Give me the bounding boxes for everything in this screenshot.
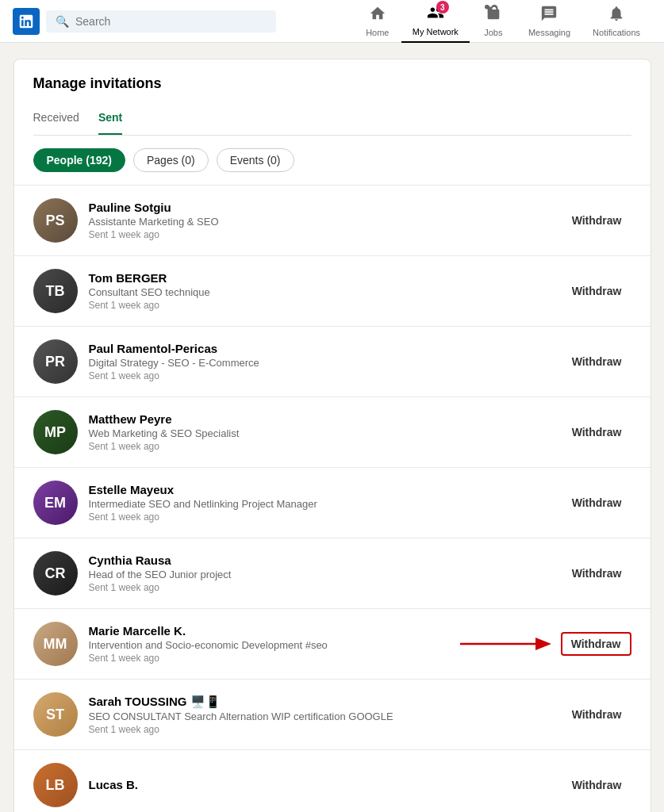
home-label: Home [366, 28, 389, 37]
my-network-label: My Network [413, 27, 459, 36]
person-name[interactable]: Pauline Sotgiu [89, 201, 551, 214]
sent-time: Sent 1 week ago [89, 441, 551, 452]
person-info: Pauline SotgiuAssistante Marketing & SEO… [89, 201, 551, 240]
avatar: MP [33, 410, 78, 454]
my-network-badge: 3 [436, 1, 449, 13]
invitation-list: PSPauline SotgiuAssistante Marketing & S… [14, 186, 651, 812]
navbar: 🔍 Home 3 My Network Jobs Mes [0, 0, 664, 43]
avatar: LB [33, 763, 78, 807]
avatar: EM [33, 481, 78, 525]
sent-time: Sent 1 week ago [89, 653, 550, 664]
filter-pages[interactable]: Pages (0) [133, 148, 209, 172]
messaging-icon [540, 5, 558, 26]
withdraw-button[interactable]: Withdraw [561, 632, 631, 656]
list-item: LBLucas B.Withdraw [14, 750, 651, 812]
search-bar[interactable]: 🔍 [46, 10, 276, 33]
person-name[interactable]: Tom BERGER [89, 271, 551, 285]
nav-my-network[interactable]: 3 My Network [401, 0, 470, 43]
filters: People (192) Pages (0) Events (0) [14, 136, 651, 186]
nav-jobs[interactable]: Jobs [470, 0, 517, 43]
main-content: Manage invitations Received Sent People … [7, 59, 658, 812]
sent-time: Sent 1 week ago [89, 511, 551, 523]
list-item: EMEstelle MayeuxIntermediate SEO and Net… [14, 468, 651, 538]
messaging-label: Messaging [528, 28, 570, 37]
avatar: ST [33, 692, 78, 737]
jobs-icon [485, 5, 502, 26]
tab-received[interactable]: Received [33, 105, 79, 135]
list-item: CRCynthia RausaHead of the SEO Junior pr… [14, 538, 651, 609]
person-title: Consultant SEO technique [89, 286, 551, 298]
person-info: Estelle MayeuxIntermediate SEO and Netli… [89, 483, 551, 523]
list-item: PSPauline SotgiuAssistante Marketing & S… [14, 186, 651, 256]
withdraw-button[interactable]: Withdraw [562, 421, 631, 443]
withdraw-button[interactable]: Withdraw [562, 492, 631, 514]
sent-time: Sent 1 week ago [89, 582, 551, 593]
nav-home[interactable]: Home [354, 0, 401, 43]
person-title: Head of the SEO Junior project [89, 569, 551, 580]
tab-sent[interactable]: Sent [98, 105, 122, 135]
search-input[interactable] [75, 15, 267, 28]
avatar: PR [33, 339, 78, 384]
nav-messaging[interactable]: Messaging [517, 0, 581, 43]
person-info: Lucas B. [89, 778, 551, 793]
person-name[interactable]: Paul Ramentol-Pericas [89, 342, 551, 355]
person-name[interactable]: Sarah TOUSSING 🖥️📱 [89, 695, 551, 709]
search-icon: 🔍 [56, 15, 69, 28]
avatar: PS [33, 198, 78, 243]
sent-time: Sent 1 week ago [89, 370, 551, 381]
jobs-label: Jobs [484, 28, 502, 37]
withdraw-button[interactable]: Withdraw [562, 562, 631, 584]
list-item: PRPaul Ramentol-PericasDigital Strategy … [14, 327, 651, 397]
person-title: Digital Strategy - SEO - E-Commerce [89, 357, 551, 369]
notifications-icon [608, 5, 625, 26]
avatar: MM [33, 622, 78, 666]
person-info: Tom BERGERConsultant SEO techniqueSent 1… [89, 271, 551, 311]
home-icon [369, 5, 386, 26]
person-info: Sarah TOUSSING 🖥️📱SEO CONSULTANT Search … [89, 695, 551, 735]
linkedin-logo[interactable] [13, 8, 40, 35]
filter-events[interactable]: Events (0) [217, 148, 294, 172]
person-title: Intermediate SEO and Netlinking Project … [89, 498, 551, 510]
list-item: MPMatthew PeyreWeb Marketing & SEO Speci… [14, 397, 651, 468]
nav-notifications[interactable]: Notifications [581, 0, 651, 43]
list-item: MMMarie Marcelle K.Intervention and Soci… [14, 609, 651, 680]
person-name[interactable]: Estelle Mayeux [89, 483, 551, 496]
person-name[interactable]: Marie Marcelle K. [89, 624, 550, 638]
withdraw-button[interactable]: Withdraw [562, 703, 631, 726]
avatar: CR [33, 551, 78, 596]
withdraw-button[interactable]: Withdraw [562, 280, 631, 302]
person-info: Paul Ramentol-PericasDigital Strategy - … [89, 342, 551, 381]
filter-people[interactable]: People (192) [33, 148, 125, 172]
withdraw-button[interactable]: Withdraw [562, 209, 631, 232]
person-name[interactable]: Lucas B. [89, 778, 551, 791]
withdraw-button[interactable]: Withdraw [562, 350, 631, 373]
person-name[interactable]: Matthew Peyre [89, 412, 551, 426]
tabs: Received Sent [33, 105, 631, 136]
manage-title: Manage invitations [33, 75, 631, 92]
sent-time: Sent 1 week ago [89, 229, 551, 240]
sent-time: Sent 1 week ago [89, 300, 551, 311]
person-info: Cynthia RausaHead of the SEO Junior proj… [89, 553, 551, 593]
list-item: STSarah TOUSSING 🖥️📱SEO CONSULTANT Searc… [14, 680, 651, 750]
manage-invitations-card: Manage invitations Received Sent People … [13, 59, 651, 812]
withdraw-button[interactable]: Withdraw [562, 774, 631, 796]
nav-items: Home 3 My Network Jobs Messaging Not [354, 0, 651, 43]
person-title: Assistante Marketing & SEO [89, 216, 551, 228]
person-info: Matthew PeyreWeb Marketing & SEO Special… [89, 412, 551, 452]
person-name[interactable]: Cynthia Rausa [89, 553, 551, 567]
list-item: TBTom BERGERConsultant SEO techniqueSent… [14, 256, 651, 327]
person-title: SEO CONSULTANT Search Alternation WIP ce… [89, 710, 551, 722]
sent-time: Sent 1 week ago [89, 724, 551, 735]
avatar: TB [33, 269, 78, 313]
notifications-label: Notifications [593, 28, 640, 37]
my-network-icon: 3 [427, 4, 444, 25]
card-header: Manage invitations Received Sent [14, 59, 651, 136]
person-title: Intervention and Socio-economic Developm… [89, 639, 550, 651]
person-info: Marie Marcelle K.Intervention and Socio-… [89, 624, 550, 664]
person-title: Web Marketing & SEO Specialist [89, 427, 551, 439]
